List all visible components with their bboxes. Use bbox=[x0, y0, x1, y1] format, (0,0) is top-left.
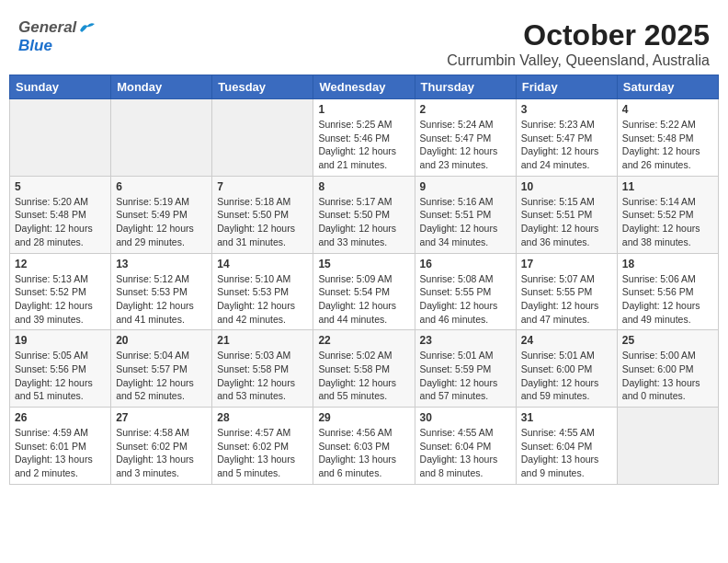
day-number: 21 bbox=[217, 334, 308, 347]
day-number: 26 bbox=[15, 411, 106, 424]
day-number: 7 bbox=[217, 180, 308, 193]
calendar-week-row: 12Sunrise: 5:13 AMSunset: 5:52 PMDayligh… bbox=[10, 253, 719, 330]
table-row: 29Sunrise: 4:56 AMSunset: 6:03 PMDayligh… bbox=[313, 408, 415, 485]
day-info: Sunrise: 4:58 AMSunset: 6:02 PMDaylight:… bbox=[116, 426, 207, 480]
day-info: Sunrise: 5:12 AMSunset: 5:53 PMDaylight:… bbox=[116, 272, 207, 327]
table-row: 19Sunrise: 5:05 AMSunset: 5:56 PMDayligh… bbox=[10, 330, 111, 408]
day-number: 30 bbox=[420, 411, 511, 424]
logo-general: General bbox=[18, 18, 76, 37]
day-info: Sunrise: 5:25 AMSunset: 5:46 PMDaylight:… bbox=[318, 118, 409, 172]
table-row: 4Sunrise: 5:22 AMSunset: 5:48 PMDaylight… bbox=[617, 99, 718, 177]
day-info: Sunrise: 4:57 AMSunset: 6:02 PMDaylight:… bbox=[217, 426, 308, 480]
calendar-week-row: 26Sunrise: 4:59 AMSunset: 6:01 PMDayligh… bbox=[10, 408, 719, 485]
table-row: 3Sunrise: 5:23 AMSunset: 5:47 PMDaylight… bbox=[516, 99, 617, 177]
calendar-week-row: 5Sunrise: 5:20 AMSunset: 5:48 PMDaylight… bbox=[10, 176, 719, 253]
day-info: Sunrise: 5:19 AMSunset: 5:49 PMDaylight:… bbox=[116, 195, 207, 249]
col-saturday: Saturday bbox=[617, 75, 718, 99]
table-row: 23Sunrise: 5:01 AMSunset: 5:59 PMDayligh… bbox=[415, 330, 516, 408]
day-number: 12 bbox=[15, 258, 106, 270]
table-row: 17Sunrise: 5:07 AMSunset: 5:55 PMDayligh… bbox=[516, 253, 617, 330]
day-number: 10 bbox=[521, 180, 612, 193]
calendar-week-row: 19Sunrise: 5:05 AMSunset: 5:56 PMDayligh… bbox=[10, 330, 719, 408]
logo-bird-icon bbox=[78, 21, 95, 34]
table-row: 30Sunrise: 4:55 AMSunset: 6:04 PMDayligh… bbox=[415, 408, 516, 485]
table-row: 28Sunrise: 4:57 AMSunset: 6:02 PMDayligh… bbox=[212, 408, 313, 485]
day-number: 29 bbox=[318, 411, 409, 424]
col-tuesday: Tuesday bbox=[212, 75, 313, 99]
day-info: Sunrise: 5:09 AMSunset: 5:54 PMDaylight:… bbox=[318, 272, 409, 327]
day-info: Sunrise: 4:56 AMSunset: 6:03 PMDaylight:… bbox=[318, 426, 409, 480]
calendar-week-row: 1Sunrise: 5:25 AMSunset: 5:46 PMDaylight… bbox=[10, 99, 719, 177]
day-info: Sunrise: 5:16 AMSunset: 5:51 PMDaylight:… bbox=[420, 195, 511, 249]
table-row bbox=[111, 99, 212, 177]
table-row: 27Sunrise: 4:58 AMSunset: 6:02 PMDayligh… bbox=[111, 408, 212, 485]
day-number: 27 bbox=[116, 411, 207, 424]
title-area: October 2025 Currumbin Valley, Queenslan… bbox=[447, 18, 710, 69]
day-number: 19 bbox=[15, 334, 106, 347]
day-info: Sunrise: 5:18 AMSunset: 5:50 PMDaylight:… bbox=[217, 195, 308, 249]
table-row bbox=[212, 99, 313, 177]
day-number: 3 bbox=[521, 103, 612, 116]
day-info: Sunrise: 5:06 AMSunset: 5:56 PMDaylight:… bbox=[622, 272, 713, 327]
day-info: Sunrise: 5:24 AMSunset: 5:47 PMDaylight:… bbox=[420, 118, 511, 172]
day-number: 16 bbox=[420, 258, 511, 270]
table-row bbox=[617, 408, 718, 485]
table-row: 1Sunrise: 5:25 AMSunset: 5:46 PMDaylight… bbox=[313, 99, 415, 177]
col-monday: Monday bbox=[111, 75, 212, 99]
table-row: 24Sunrise: 5:01 AMSunset: 6:00 PMDayligh… bbox=[516, 330, 617, 408]
day-number: 28 bbox=[217, 411, 308, 424]
day-info: Sunrise: 5:20 AMSunset: 5:48 PMDaylight:… bbox=[15, 195, 106, 249]
day-info: Sunrise: 5:00 AMSunset: 6:00 PMDaylight:… bbox=[622, 349, 713, 403]
table-row: 15Sunrise: 5:09 AMSunset: 5:54 PMDayligh… bbox=[313, 253, 415, 330]
day-number: 17 bbox=[521, 258, 612, 270]
day-number: 22 bbox=[318, 334, 409, 347]
col-thursday: Thursday bbox=[415, 75, 516, 99]
table-row: 18Sunrise: 5:06 AMSunset: 5:56 PMDayligh… bbox=[617, 253, 718, 330]
table-row: 21Sunrise: 5:03 AMSunset: 5:58 PMDayligh… bbox=[212, 330, 313, 408]
page-title: October 2025 bbox=[447, 18, 710, 52]
day-number: 11 bbox=[622, 180, 713, 193]
day-number: 13 bbox=[116, 258, 207, 270]
day-number: 25 bbox=[622, 334, 713, 347]
day-info: Sunrise: 5:10 AMSunset: 5:53 PMDaylight:… bbox=[217, 272, 308, 327]
day-info: Sunrise: 5:23 AMSunset: 5:47 PMDaylight:… bbox=[521, 118, 612, 172]
day-info: Sunrise: 5:04 AMSunset: 5:57 PMDaylight:… bbox=[116, 349, 207, 403]
day-info: Sunrise: 5:01 AMSunset: 6:00 PMDaylight:… bbox=[521, 349, 612, 403]
calendar-header-row: Sunday Monday Tuesday Wednesday Thursday… bbox=[10, 75, 719, 99]
table-row: 14Sunrise: 5:10 AMSunset: 5:53 PMDayligh… bbox=[212, 253, 313, 330]
table-row: 6Sunrise: 5:19 AMSunset: 5:49 PMDaylight… bbox=[111, 176, 212, 253]
col-friday: Friday bbox=[516, 75, 617, 99]
table-row bbox=[10, 99, 111, 177]
table-row: 10Sunrise: 5:15 AMSunset: 5:51 PMDayligh… bbox=[516, 176, 617, 253]
table-row: 2Sunrise: 5:24 AMSunset: 5:47 PMDaylight… bbox=[415, 99, 516, 177]
day-number: 23 bbox=[420, 334, 511, 347]
day-info: Sunrise: 5:07 AMSunset: 5:55 PMDaylight:… bbox=[521, 272, 612, 327]
day-number: 8 bbox=[318, 180, 409, 193]
day-info: Sunrise: 5:22 AMSunset: 5:48 PMDaylight:… bbox=[622, 118, 713, 172]
table-row: 26Sunrise: 4:59 AMSunset: 6:01 PMDayligh… bbox=[10, 408, 111, 485]
day-info: Sunrise: 5:05 AMSunset: 5:56 PMDaylight:… bbox=[15, 349, 106, 403]
logo-blue: Blue bbox=[18, 37, 52, 54]
logo: General Blue bbox=[18, 18, 95, 55]
day-number: 31 bbox=[521, 411, 612, 424]
page-subtitle: Currumbin Valley, Queensland, Australia bbox=[447, 52, 710, 69]
table-row: 13Sunrise: 5:12 AMSunset: 5:53 PMDayligh… bbox=[111, 253, 212, 330]
day-number: 24 bbox=[521, 334, 612, 347]
table-row: 22Sunrise: 5:02 AMSunset: 5:58 PMDayligh… bbox=[313, 330, 415, 408]
table-row: 12Sunrise: 5:13 AMSunset: 5:52 PMDayligh… bbox=[10, 253, 111, 330]
day-number: 1 bbox=[318, 103, 409, 116]
table-row: 7Sunrise: 5:18 AMSunset: 5:50 PMDaylight… bbox=[212, 176, 313, 253]
table-row: 16Sunrise: 5:08 AMSunset: 5:55 PMDayligh… bbox=[415, 253, 516, 330]
day-info: Sunrise: 5:01 AMSunset: 5:59 PMDaylight:… bbox=[420, 349, 511, 403]
table-row: 25Sunrise: 5:00 AMSunset: 6:00 PMDayligh… bbox=[617, 330, 718, 408]
table-row: 8Sunrise: 5:17 AMSunset: 5:50 PMDaylight… bbox=[313, 176, 415, 253]
day-number: 20 bbox=[116, 334, 207, 347]
day-info: Sunrise: 5:17 AMSunset: 5:50 PMDaylight:… bbox=[318, 195, 409, 249]
col-sunday: Sunday bbox=[10, 75, 111, 99]
day-number: 18 bbox=[622, 258, 713, 270]
day-info: Sunrise: 5:13 AMSunset: 5:52 PMDaylight:… bbox=[15, 272, 106, 327]
day-info: Sunrise: 4:55 AMSunset: 6:04 PMDaylight:… bbox=[521, 426, 612, 480]
day-info: Sunrise: 4:55 AMSunset: 6:04 PMDaylight:… bbox=[420, 426, 511, 480]
day-info: Sunrise: 5:14 AMSunset: 5:52 PMDaylight:… bbox=[622, 195, 713, 249]
day-info: Sunrise: 5:08 AMSunset: 5:55 PMDaylight:… bbox=[420, 272, 511, 327]
